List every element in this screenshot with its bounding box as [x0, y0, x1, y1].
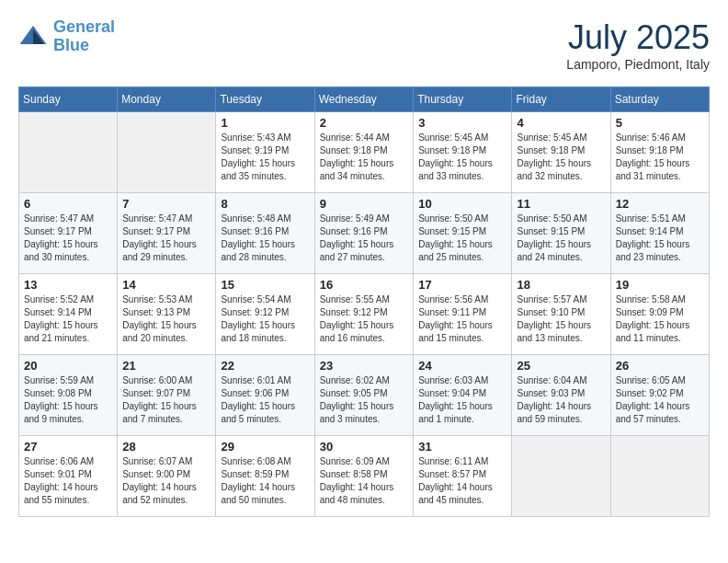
calendar-cell: 11Sunrise: 5:50 AM Sunset: 9:15 PM Dayli…	[512, 193, 610, 274]
day-number: 31	[418, 440, 506, 454]
calendar-cell: 22Sunrise: 6:01 AM Sunset: 9:06 PM Dayli…	[216, 355, 314, 436]
calendar-cell: 7Sunrise: 5:47 AM Sunset: 9:17 PM Daylig…	[118, 193, 216, 274]
calendar-cell: 25Sunrise: 6:04 AM Sunset: 9:03 PM Dayli…	[512, 355, 610, 436]
day-info: Sunrise: 6:09 AM Sunset: 8:58 PM Dayligh…	[320, 455, 409, 507]
day-info: Sunrise: 5:51 AM Sunset: 9:14 PM Dayligh…	[616, 213, 704, 264]
day-number: 14	[122, 278, 210, 292]
calendar-cell	[610, 436, 709, 517]
day-info: Sunrise: 6:07 AM Sunset: 9:00 PM Dayligh…	[122, 455, 210, 507]
day-info: Sunrise: 5:59 AM Sunset: 9:08 PM Dayligh…	[24, 374, 112, 426]
day-number: 26	[616, 359, 704, 373]
day-number: 3	[418, 116, 506, 130]
calendar-cell: 14Sunrise: 5:53 AM Sunset: 9:13 PM Dayli…	[118, 274, 216, 355]
title-block: July 2025 Lamporo, Piedmont, Italy	[566, 18, 710, 72]
calendar-cell: 24Sunrise: 6:03 AM Sunset: 9:04 PM Dayli…	[414, 355, 512, 436]
day-info: Sunrise: 5:49 AM Sunset: 9:16 PM Dayligh…	[320, 213, 409, 264]
day-number: 8	[221, 197, 309, 211]
day-number: 22	[221, 359, 309, 373]
weekday-header-friday: Friday	[512, 87, 610, 112]
calendar-cell: 9Sunrise: 5:49 AM Sunset: 9:16 PM Daylig…	[314, 193, 414, 274]
day-number: 4	[517, 116, 605, 130]
page-header: General Blue July 2025 Lamporo, Piedmont…	[18, 18, 710, 72]
day-number: 9	[320, 197, 409, 211]
day-number: 17	[418, 278, 506, 292]
day-info: Sunrise: 6:03 AM Sunset: 9:04 PM Dayligh…	[418, 374, 506, 426]
location: Lamporo, Piedmont, Italy	[566, 57, 710, 72]
day-number: 28	[122, 440, 210, 454]
day-info: Sunrise: 5:47 AM Sunset: 9:17 PM Dayligh…	[24, 213, 112, 264]
day-number: 15	[221, 278, 309, 292]
calendar-cell: 6Sunrise: 5:47 AM Sunset: 9:17 PM Daylig…	[19, 193, 118, 274]
day-info: Sunrise: 5:44 AM Sunset: 9:18 PM Dayligh…	[320, 132, 409, 183]
day-info: Sunrise: 5:48 AM Sunset: 9:16 PM Dayligh…	[221, 213, 309, 264]
day-info: Sunrise: 5:55 AM Sunset: 9:12 PM Dayligh…	[320, 293, 409, 345]
day-info: Sunrise: 5:58 AM Sunset: 9:09 PM Dayligh…	[616, 293, 704, 345]
day-number: 13	[24, 278, 112, 292]
weekday-header-tuesday: Tuesday	[216, 87, 314, 112]
day-number: 6	[24, 197, 112, 211]
day-number: 11	[517, 197, 605, 211]
day-number: 27	[24, 440, 112, 454]
calendar-cell: 12Sunrise: 5:51 AM Sunset: 9:14 PM Dayli…	[610, 193, 709, 274]
calendar-cell: 10Sunrise: 5:50 AM Sunset: 9:15 PM Dayli…	[414, 193, 512, 274]
day-number: 7	[122, 197, 210, 211]
week-row-3: 13Sunrise: 5:52 AM Sunset: 9:14 PM Dayli…	[19, 274, 710, 355]
day-info: Sunrise: 6:02 AM Sunset: 9:05 PM Dayligh…	[320, 374, 409, 426]
calendar-cell: 3Sunrise: 5:45 AM Sunset: 9:18 PM Daylig…	[414, 112, 512, 193]
calendar-cell: 20Sunrise: 5:59 AM Sunset: 9:08 PM Dayli…	[19, 355, 118, 436]
calendar-cell: 31Sunrise: 6:11 AM Sunset: 8:57 PM Dayli…	[414, 436, 512, 517]
week-row-5: 27Sunrise: 6:06 AM Sunset: 9:01 PM Dayli…	[19, 436, 710, 517]
week-row-1: 1Sunrise: 5:43 AM Sunset: 9:19 PM Daylig…	[19, 112, 710, 193]
calendar-cell: 1Sunrise: 5:43 AM Sunset: 9:19 PM Daylig…	[216, 112, 314, 193]
day-number: 10	[418, 197, 506, 211]
day-info: Sunrise: 6:11 AM Sunset: 8:57 PM Dayligh…	[418, 455, 506, 507]
day-info: Sunrise: 6:05 AM Sunset: 9:02 PM Dayligh…	[616, 374, 704, 426]
calendar-cell: 5Sunrise: 5:46 AM Sunset: 9:18 PM Daylig…	[610, 112, 709, 193]
day-number: 24	[418, 359, 506, 373]
day-info: Sunrise: 5:52 AM Sunset: 9:14 PM Dayligh…	[24, 293, 112, 345]
weekday-header-thursday: Thursday	[414, 87, 512, 112]
month-title: July 2025	[566, 18, 710, 57]
calendar-cell: 8Sunrise: 5:48 AM Sunset: 9:16 PM Daylig…	[216, 193, 314, 274]
day-number: 21	[122, 359, 210, 373]
day-info: Sunrise: 6:01 AM Sunset: 9:06 PM Dayligh…	[221, 374, 309, 426]
day-info: Sunrise: 5:45 AM Sunset: 9:18 PM Dayligh…	[517, 132, 605, 183]
day-number: 29	[221, 440, 309, 454]
day-number: 18	[517, 278, 605, 292]
day-info: Sunrise: 6:04 AM Sunset: 9:03 PM Dayligh…	[517, 374, 605, 426]
day-info: Sunrise: 6:06 AM Sunset: 9:01 PM Dayligh…	[24, 455, 112, 507]
calendar-cell: 28Sunrise: 6:07 AM Sunset: 9:00 PM Dayli…	[118, 436, 216, 517]
day-number: 1	[221, 116, 309, 130]
day-info: Sunrise: 5:43 AM Sunset: 9:19 PM Dayligh…	[221, 132, 309, 183]
day-number: 12	[616, 197, 704, 211]
week-row-4: 20Sunrise: 5:59 AM Sunset: 9:08 PM Dayli…	[19, 355, 710, 436]
day-number: 30	[320, 440, 409, 454]
day-info: Sunrise: 6:08 AM Sunset: 8:59 PM Dayligh…	[221, 455, 309, 507]
day-info: Sunrise: 5:56 AM Sunset: 9:11 PM Dayligh…	[418, 293, 506, 345]
calendar-cell: 23Sunrise: 6:02 AM Sunset: 9:05 PM Dayli…	[314, 355, 414, 436]
calendar-cell: 21Sunrise: 6:00 AM Sunset: 9:07 PM Dayli…	[118, 355, 216, 436]
calendar-cell	[19, 112, 118, 193]
weekday-header-sunday: Sunday	[19, 87, 118, 112]
week-row-2: 6Sunrise: 5:47 AM Sunset: 9:17 PM Daylig…	[19, 193, 710, 274]
calendar-cell: 26Sunrise: 6:05 AM Sunset: 9:02 PM Dayli…	[610, 355, 709, 436]
day-number: 16	[320, 278, 409, 292]
day-info: Sunrise: 5:46 AM Sunset: 9:18 PM Dayligh…	[616, 132, 704, 183]
calendar-cell: 29Sunrise: 6:08 AM Sunset: 8:59 PM Dayli…	[216, 436, 314, 517]
weekday-header-monday: Monday	[118, 87, 216, 112]
calendar-table: SundayMondayTuesdayWednesdayThursdayFrid…	[18, 86, 710, 517]
day-number: 20	[24, 359, 112, 373]
day-number: 25	[517, 359, 605, 373]
day-number: 5	[616, 116, 704, 130]
day-number: 2	[320, 116, 409, 130]
day-info: Sunrise: 5:50 AM Sunset: 9:15 PM Dayligh…	[418, 213, 506, 264]
day-number: 23	[320, 359, 409, 373]
calendar-cell: 4Sunrise: 5:45 AM Sunset: 9:18 PM Daylig…	[512, 112, 610, 193]
calendar-cell: 27Sunrise: 6:06 AM Sunset: 9:01 PM Dayli…	[19, 436, 118, 517]
day-info: Sunrise: 5:57 AM Sunset: 9:10 PM Dayligh…	[517, 293, 605, 345]
calendar-cell: 13Sunrise: 5:52 AM Sunset: 9:14 PM Dayli…	[19, 274, 118, 355]
calendar-cell: 18Sunrise: 5:57 AM Sunset: 9:10 PM Dayli…	[512, 274, 610, 355]
calendar-cell: 19Sunrise: 5:58 AM Sunset: 9:09 PM Dayli…	[610, 274, 709, 355]
logo-icon	[18, 22, 48, 52]
calendar-cell: 16Sunrise: 5:55 AM Sunset: 9:12 PM Dayli…	[314, 274, 414, 355]
